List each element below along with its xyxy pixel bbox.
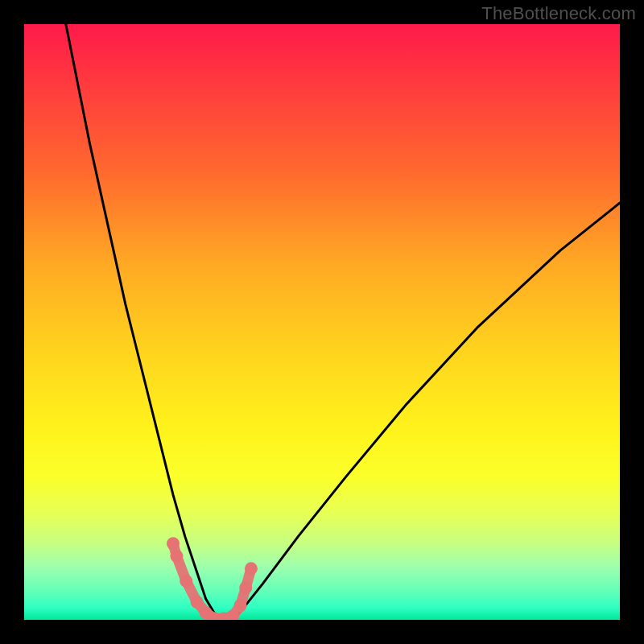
plot-area [24, 24, 620, 620]
svg-point-9 [239, 581, 252, 594]
svg-point-7 [226, 610, 239, 620]
svg-point-4 [200, 606, 213, 619]
svg-point-6 [217, 613, 230, 620]
bottleneck-curve [24, 24, 620, 620]
svg-point-3 [191, 596, 204, 609]
svg-point-8 [234, 599, 247, 612]
svg-point-5 [208, 613, 221, 620]
svg-point-2 [180, 575, 192, 588]
svg-point-1 [170, 550, 183, 563]
svg-point-10 [245, 562, 258, 575]
chart-frame: TheBottleneck.com [0, 0, 644, 644]
watermark-text: TheBottleneck.com [481, 3, 636, 24]
svg-point-0 [167, 537, 180, 550]
